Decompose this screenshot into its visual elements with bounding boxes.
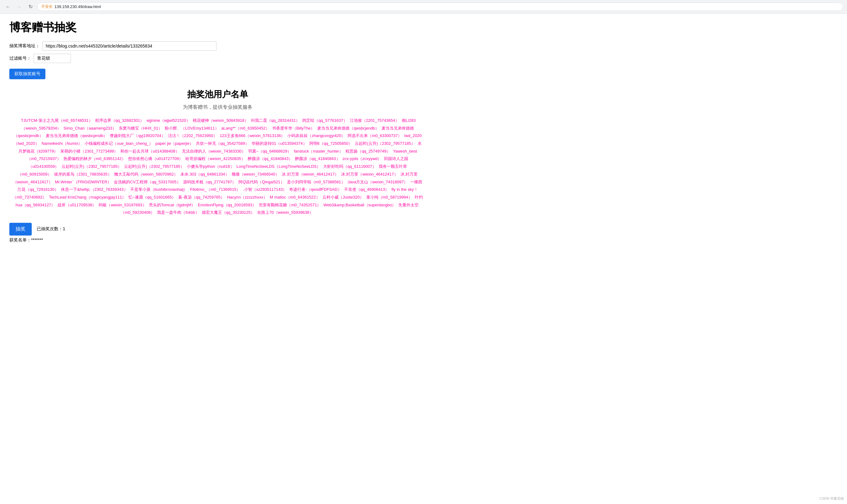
list-item: 不良使（qq_46906413） <box>344 187 389 192</box>
list-item: 会洗碗的CV工程师（qq_53317005） <box>114 180 181 184</box>
list-item: 无法自律的人（weixin_74383330） <box>182 149 246 154</box>
fetch-button[interactable]: 获取抽奖账号 <box>9 69 46 79</box>
list-item: 醉颜凉（qq_41840843） <box>248 156 293 161</box>
list-item: 秃头的Tomcat（tgdmjhf） <box>149 203 196 207</box>
url-input[interactable] <box>42 41 216 51</box>
list-item: 程思扬（qq_25749749） <box>346 149 390 154</box>
list-item: Filotimo_（m0_71369515） <box>190 187 240 192</box>
list-item: 小钱编程成长记（xue_bian_cheng_） <box>85 141 153 146</box>
url-label: 抽奖博客地址： <box>9 43 40 49</box>
winner-row: 获奖名单：******* <box>9 237 426 243</box>
list-item: 洁洁！（2202_75623950） <box>168 133 217 138</box>
list-item: 叫我二蛋（qq_28314431） <box>251 118 300 123</box>
list-item: 未央.303（qq_64861334） <box>180 172 229 177</box>
user-list: TJUTCM-策士之九尾（m0_65748531）程序边界（qq_3268230… <box>9 117 426 217</box>
url-form-row: 抽奖博客地址： <box>9 41 426 51</box>
list-item: aLang**（m0_63950452） <box>222 126 269 130</box>
page-title: 博客赠书抽奖 <box>9 20 426 35</box>
filter-form-row: 过滤账号： <box>9 54 426 63</box>
list-item: 我是一盘牛肉（fckbb） <box>157 210 199 215</box>
list-item: 阿Q说代码（Qingai521） <box>239 180 284 184</box>
address-bar[interactable]: 不安全 139.159.230.49/draw.html <box>37 2 843 11</box>
list-item: wjjmine（wjjwl521520） <box>146 118 190 123</box>
draw-count-value: 1 <box>63 226 65 231</box>
list-item: 和你一起去月球（u014388408） <box>120 149 179 154</box>
list-item: 云村小威（Justw320） <box>322 195 364 199</box>
url-display: 139.159.230.49/draw.html <box>54 4 101 9</box>
list-item: 僭越剑指大厂（qyj19920704） <box>110 133 165 138</box>
list-item: 程序边界（qq_32682301） <box>95 118 144 123</box>
list-item: paper jie（paperjie） <box>156 141 193 146</box>
list-item: 醉颜凉（qq_41840843） <box>295 156 340 161</box>
list-item: 热爱编程的林夕（m0_63951142） <box>64 156 126 161</box>
page-content: 博客赠书抽奖 抽奖博客地址： 过滤账号： 获取抽奖账号 抽奖池用户名单 为博客赠… <box>0 14 435 255</box>
list-item: 云起时(云升)（2302_79577185） <box>124 164 184 169</box>
list-item: 码银（weixin_53197693） <box>99 203 146 207</box>
draw-count-label: 已抽奖次数： <box>37 226 63 231</box>
list-item: 哈哥掠编程（weixin_42250835） <box>185 156 245 161</box>
pool-section: 抽奖池用户名单 为博客赠书，提供专业抽奖服务 TJUTCM-策士之九尾（m0_6… <box>9 89 426 217</box>
list-item: 休息一下&hellip;（2302_76339343） <box>61 187 128 192</box>
list-item: 华丽的逆转01（u013594374） <box>251 141 307 146</box>
list-item: Nameikeshi（Numix） <box>42 141 83 146</box>
list-item: 呆萌的小猪（2301_77273499） <box>60 149 118 154</box>
list-item: 共饮一杯无（qq_35427589） <box>196 141 249 146</box>
list-item: Simo_Chan（aaameng233） <box>64 126 116 130</box>
list-item: 暮-夜染（qq_74259765） <box>178 195 225 199</box>
back-button[interactable]: ← <box>4 2 13 11</box>
list-item: 云起时(云升)（2302_79577185） <box>355 141 415 146</box>
list-item: 书香度年华（BillyThe） <box>272 126 315 130</box>
list-item: 冰.封万里（weixin_46412417） <box>341 172 398 177</box>
security-warning: 不安全 <box>41 4 53 9</box>
list-item: Web3&amp;Basketball（superdangbo） <box>323 203 396 207</box>
list-item: 彼岸的菜鸟（2301_78835635） <box>54 172 112 177</box>
filter-input[interactable] <box>34 54 71 63</box>
winner-label: 获奖名单： <box>9 237 31 242</box>
list-item: 幾微（weixin_73466540） <box>232 172 279 177</box>
pool-title: 抽奖池用户名单 <box>9 89 426 101</box>
list-item: 冰.封万里（weixin_46412417） <box>282 172 339 177</box>
winner-value: ******* <box>31 237 43 242</box>
list-item: 阿选不出来（m0_63300737） <box>348 133 402 138</box>
reload-button[interactable]: ↻ <box>26 2 35 11</box>
list-item: 盼小辉、（LOVEmy134611） <box>165 126 218 130</box>
fetch-btn-row: 获取抽奖账号 <box>9 66 426 79</box>
draw-count-display: 已抽奖次数：1 <box>37 226 65 232</box>
list-item: 是小刘同学啦（m0_57388581） <box>287 180 345 184</box>
list-item: 在路上70（weixin_55939638） <box>257 210 314 215</box>
list-item: 江池俊（2201_75743654） <box>350 118 399 123</box>
list-item: 鸽芷咕（qq_57761637） <box>302 118 347 123</box>
list-item: TechLead KrisChang（magicyangjay111） <box>49 195 126 199</box>
list-item: fanstuck（master_hunter） <box>294 149 343 154</box>
list-item: 童小纯（m0_58719994） <box>366 195 412 199</box>
browser-chrome: ← → ↻ 不安全 139.159.230.49/draw.html <box>0 0 847 14</box>
list-item: 德宏大魔王（qq_35230125） <box>202 210 255 215</box>
list-item: 麦当当兄弟肯德德（qwsbcjendb） <box>46 133 108 138</box>
list-item: 兜里有颗棉花糖（m0_74352571） <box>259 203 321 207</box>
list-item: 云起时(云升)（2302_79577185） <box>61 164 122 169</box>
list-item: Mr.Winter`（FRIGIDWINTER） <box>55 180 111 184</box>
list-item: 大虾好吃吗（qq_61116007） <box>323 164 376 169</box>
list-item: 忆~遂愿（qq_51601665） <box>128 195 176 199</box>
list-item: Java方文山（weixin_74318097） <box>348 180 408 184</box>
list-item: 战斧（u011709538） <box>57 203 96 207</box>
list-item: 小傻头学python（null18） <box>187 164 234 169</box>
list-item: EmotionFlying（qq_20016593） <box>198 203 256 207</box>
forward-button[interactable]: → <box>15 2 24 11</box>
draw-button[interactable]: 抽奖 <box>9 223 32 236</box>
filter-label: 过滤账号： <box>9 56 31 61</box>
draw-section: 抽奖 已抽奖次数：1 <box>9 223 426 236</box>
list-item: 阿明6（qq_72505850） <box>310 141 353 146</box>
list-item: TJUTCM-策士之九尾（m0_65748531） <box>21 118 92 123</box>
list-item: LongTimeNoSeeLDS（LongTimeNoSeeLDS） <box>236 164 321 169</box>
list-item: 奇迹行者-（qwsdfFDFSAD） <box>289 187 341 192</box>
list-item: 小码农叔叔（zhangcongyi420） <box>287 133 345 138</box>
list-item: M malloc（m0_64361522） <box>270 195 320 199</box>
list-item: 桃花键神（weixin_50843918） <box>193 118 248 123</box>
list-item: 源码技术栈（qq_27741787） <box>183 180 236 184</box>
list-item: 123王多鱼666（weixin_57813136） <box>220 133 285 138</box>
list-item: 麦当当兄弟肯德德（qwsbcjendb） <box>317 126 379 130</box>
pool-subtitle: 为博客赠书，提供专业抽奖服务 <box>9 104 426 111</box>
list-item: 羽翼~（qq_64668629） <box>248 149 292 154</box>
list-item: 懒大王敲代码（weixin_58070962） <box>114 172 178 177</box>
